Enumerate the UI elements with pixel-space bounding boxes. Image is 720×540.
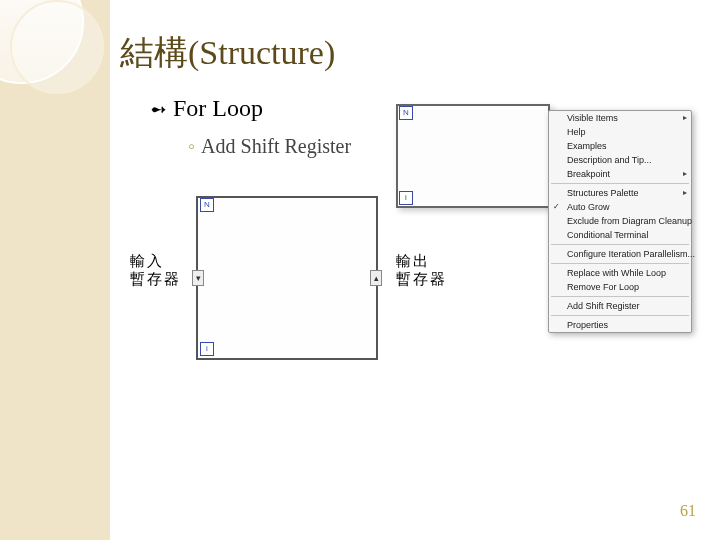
menu-item-replace-with-while-loop[interactable]: Replace with While Loop	[549, 266, 691, 280]
menu-item-help[interactable]: Help	[549, 125, 691, 139]
label-line: 輸入	[130, 253, 164, 269]
menu-item-remove-for-loop[interactable]: Remove For Loop	[549, 280, 691, 294]
slide-subheading: Add Shift Register	[188, 135, 351, 158]
input-register-label: 輸入 暫存器	[130, 252, 181, 288]
menu-item-examples[interactable]: Examples	[549, 139, 691, 153]
for-loop-structure[interactable]: N i ▾ ▴	[196, 196, 378, 360]
label-line: 暫存器	[396, 271, 447, 287]
label-line: 暫存器	[130, 271, 181, 287]
for-loop-structure-selected[interactable]: N i	[396, 104, 550, 208]
menu-item-exclude-from-diagram-cleanup[interactable]: Exclude from Diagram Cleanup	[549, 214, 691, 228]
menu-separator	[551, 315, 689, 316]
page-number: 61	[680, 502, 696, 520]
menu-item-visible-items[interactable]: Visible Items	[549, 111, 691, 125]
menu-separator	[551, 263, 689, 264]
menu-item-configure-iteration-parallelism[interactable]: Configure Iteration Parallelism...	[549, 247, 691, 261]
slide-title: 結構(Structure)	[120, 30, 335, 76]
output-register-label: 輸出 暫存器	[396, 252, 447, 288]
menu-item-structures-palette[interactable]: Structures Palette	[549, 186, 691, 200]
i-terminal[interactable]: i	[200, 342, 214, 356]
i-terminal[interactable]: i	[399, 191, 413, 205]
slide-corner-decoration	[0, 0, 120, 120]
menu-item-breakpoint[interactable]: Breakpoint	[549, 167, 691, 181]
n-terminal[interactable]: N	[399, 106, 413, 120]
menu-item-add-shift-register[interactable]: Add Shift Register	[549, 299, 691, 313]
slide-heading: For Loop	[150, 95, 263, 122]
shift-register-left[interactable]: ▾	[192, 270, 204, 286]
label-line: 輸出	[396, 253, 430, 269]
shift-register-right[interactable]: ▴	[370, 270, 382, 286]
n-terminal[interactable]: N	[200, 198, 214, 212]
menu-separator	[551, 183, 689, 184]
menu-item-properties[interactable]: Properties	[549, 318, 691, 332]
menu-separator	[551, 296, 689, 297]
menu-item-conditional-terminal[interactable]: Conditional Terminal	[549, 228, 691, 242]
menu-item-auto-grow[interactable]: Auto Grow	[549, 200, 691, 214]
menu-separator	[551, 244, 689, 245]
menu-item-description-and-tip[interactable]: Description and Tip...	[549, 153, 691, 167]
context-menu[interactable]: Visible ItemsHelpExamplesDescription and…	[548, 110, 692, 333]
